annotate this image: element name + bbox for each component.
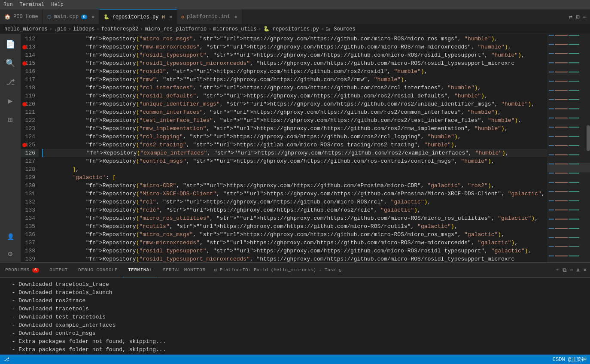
tab-repositories-py-label: repositories.py bbox=[112, 14, 158, 20]
gutter-line: 132 bbox=[21, 198, 39, 206]
breadcrumb-micro-ros-platformio[interactable]: micro_ros_platformio bbox=[145, 26, 207, 32]
more-actions-icon[interactable]: ⋯ bbox=[583, 13, 587, 21]
terminal-line: - Downloaded tracetools bbox=[5, 305, 585, 313]
terminal-line: - Downloaded example_interfaces bbox=[5, 321, 585, 329]
breadcrumb-sources[interactable]: 🗂 Sources bbox=[325, 26, 356, 32]
breakpoint-dot bbox=[22, 45, 27, 49]
code-line: "fn">Repository("control_msgs", "str">""… bbox=[42, 157, 547, 165]
breakpoint-dot bbox=[22, 143, 27, 147]
code-line: "fn">Repository("rosidl", "str">""url">h… bbox=[42, 67, 547, 76]
terminal-line: - Downloaded control_msgs bbox=[5, 329, 585, 337]
gutter-line: 137 bbox=[21, 239, 39, 247]
sidebar-icon-accounts[interactable]: 👤 bbox=[2, 228, 19, 245]
gutter-line: 112 bbox=[21, 35, 39, 43]
output-label: OUTPUT bbox=[49, 267, 68, 273]
line-numbers: 1121131141151161171181191201211221231241… bbox=[21, 34, 42, 262]
sidebar-icon-settings[interactable]: ⚙ bbox=[2, 245, 19, 262]
panel-tab-debug-console[interactable]: DEBUG CONSOLE bbox=[73, 263, 123, 277]
panel-task-info: ⊡ PlatformIO: Build (hello_microros) - T… bbox=[211, 263, 345, 277]
tab-platformio-ini-close[interactable]: ✕ bbox=[234, 14, 237, 20]
gutter-line: 130 bbox=[21, 182, 39, 190]
tab-bar-actions: ⇄ ⊞ ⋯ bbox=[566, 9, 590, 24]
split-editor-icon[interactable]: ⇄ bbox=[569, 13, 572, 21]
panel-tab-serial-monitor[interactable]: SERIAL MONITOR bbox=[158, 263, 210, 277]
gutter-line: 117 bbox=[21, 76, 39, 84]
gutter-line: 134 bbox=[21, 214, 39, 222]
breadcrumb-pio[interactable]: .pio bbox=[54, 26, 67, 32]
tab-pio-home[interactable]: 🏠 PIO Home bbox=[0, 9, 43, 24]
code-line: "fn">Repository("common_interfaces", "st… bbox=[42, 108, 547, 116]
panel-chevron-up-icon[interactable]: ∧ bbox=[576, 267, 580, 273]
code-line: 'galactic': [ bbox=[42, 173, 547, 182]
layout-icon[interactable]: ⊞ bbox=[576, 13, 579, 21]
code-line: "fn">Repository("rmw-microxrcedds", "str… bbox=[42, 43, 547, 51]
code-line: "fn">Repository("rosidl_typesupport_micr… bbox=[42, 255, 547, 262]
gutter-line: 128 bbox=[21, 165, 39, 173]
code-line: "fn">Repository("micro-CDR", "str">""url… bbox=[42, 182, 547, 190]
gutter-line: 127 bbox=[21, 157, 39, 165]
code-line: "fn">Repository("ros2_tracing", "str">""… bbox=[42, 141, 547, 149]
gutter-line: 129 bbox=[21, 173, 39, 182]
code-line: "fn">Repository("rmw", "str">""url">http… bbox=[42, 76, 547, 84]
panel-split-icon[interactable]: ⧉ bbox=[563, 267, 566, 273]
menu-bar: Run Terminal Help bbox=[3, 2, 64, 8]
panel-tab-terminal[interactable]: TERMINAL bbox=[123, 263, 158, 277]
tab-repositories-py[interactable]: 🐍 repositories.py M ✕ bbox=[99, 9, 177, 24]
code-editor[interactable]: "fn">Repository("micro_ros_msgs", "str">… bbox=[42, 34, 547, 262]
menu-run[interactable]: Run bbox=[3, 2, 13, 8]
code-line: "fn">Repository("example_interfaces", "s… bbox=[42, 149, 547, 157]
minimap-scroll-indicator[interactable] bbox=[587, 125, 590, 151]
panel-tab-problems[interactable]: PROBLEMS 6 bbox=[0, 263, 44, 277]
code-container[interactable]: 1121131141151161171181191201211221231241… bbox=[21, 34, 590, 262]
code-line: "fn">Repository("test_interface_files", … bbox=[42, 116, 547, 124]
title-bar: Run Terminal Help bbox=[0, 0, 590, 9]
terminal-line: - Downloaded test_tracetools bbox=[5, 313, 585, 321]
editor-area: 1121131141151161171181191201211221231241… bbox=[21, 34, 590, 262]
gutter-line: 120 bbox=[21, 100, 39, 108]
panel-more-icon[interactable]: ⋯ bbox=[570, 267, 573, 273]
code-line: ], bbox=[42, 165, 547, 173]
breadcrumb-featheresp32[interactable]: featheresp32 bbox=[101, 26, 138, 32]
sidebar-icon-source-control[interactable]: ⎇ bbox=[2, 73, 19, 91]
breadcrumb-libdeps[interactable]: libdeps bbox=[73, 26, 94, 32]
breadcrumb-repositories-py[interactable]: 🐍 repositories.py bbox=[263, 26, 319, 32]
panel-tab-output[interactable]: OUTPUT bbox=[44, 263, 73, 277]
code-line: "fn">Repository("Micro-XRCE-DDS-Client",… bbox=[42, 190, 547, 198]
tab-platformio-ini[interactable]: ⚙ platformio.ini ✕ bbox=[177, 9, 242, 24]
gutter-line: 126 bbox=[21, 149, 39, 157]
breadcrumb-hello-microros[interactable]: hello_microros bbox=[4, 26, 48, 32]
terminal-line: - Extra packages folder not found, skipp… bbox=[5, 337, 585, 346]
task-reload-icon[interactable]: ↻ bbox=[338, 267, 341, 273]
gutter-line: 133 bbox=[21, 206, 39, 214]
debug-console-label: DEBUG CONSOLE bbox=[78, 267, 118, 273]
code-line: "fn">Repository("rcl", "str">""url">http… bbox=[42, 198, 547, 206]
main-cpp-badge: 6 bbox=[81, 15, 87, 19]
py-file-icon: 🐍 bbox=[103, 14, 109, 20]
serial-monitor-label: SERIAL MONITOR bbox=[163, 267, 205, 273]
breakpoint-dot bbox=[22, 102, 27, 106]
code-line: "fn">Repository("rcutils", "str">""url">… bbox=[42, 222, 547, 231]
menu-terminal[interactable]: Terminal bbox=[20, 2, 45, 8]
menu-help[interactable]: Help bbox=[51, 2, 64, 8]
code-line: "fn">Repository("rosidl_typesupport", "s… bbox=[42, 247, 547, 255]
status-right: CSDN @韭菜钟 bbox=[553, 356, 587, 363]
tab-main-cpp[interactable]: ⬡ main.cpp 6 ✕ bbox=[43, 9, 100, 24]
gutter-line: 139 bbox=[21, 255, 39, 262]
panel-add-icon[interactable]: + bbox=[556, 267, 559, 273]
gutter-line: 135 bbox=[21, 222, 39, 231]
terminal-line: - Downloaded ros2trace bbox=[5, 297, 585, 305]
gutter-line: 119 bbox=[21, 92, 39, 100]
gutter-line: 131 bbox=[21, 190, 39, 198]
sidebar-icon-debug[interactable]: ▶ bbox=[2, 92, 19, 109]
sidebar-icon-explorer[interactable]: 📄 bbox=[2, 36, 19, 53]
tab-platformio-ini-label: platformio.ini bbox=[187, 14, 230, 20]
tab-repositories-py-close[interactable]: ✕ bbox=[169, 14, 172, 20]
modified-marker: M bbox=[162, 15, 165, 20]
gutter-line: 124 bbox=[21, 133, 39, 141]
tab-main-cpp-close[interactable]: ✕ bbox=[91, 14, 94, 20]
terminal-content[interactable]: - Downloaded tracetools_trace - Download… bbox=[0, 278, 590, 355]
sidebar-icon-extensions[interactable]: ⊞ bbox=[2, 111, 19, 128]
sidebar-icon-search[interactable]: 🔍 bbox=[2, 55, 19, 72]
breadcrumb-microros-utils[interactable]: microros_utils bbox=[213, 26, 257, 32]
panel-close-icon[interactable]: ✕ bbox=[583, 267, 587, 273]
